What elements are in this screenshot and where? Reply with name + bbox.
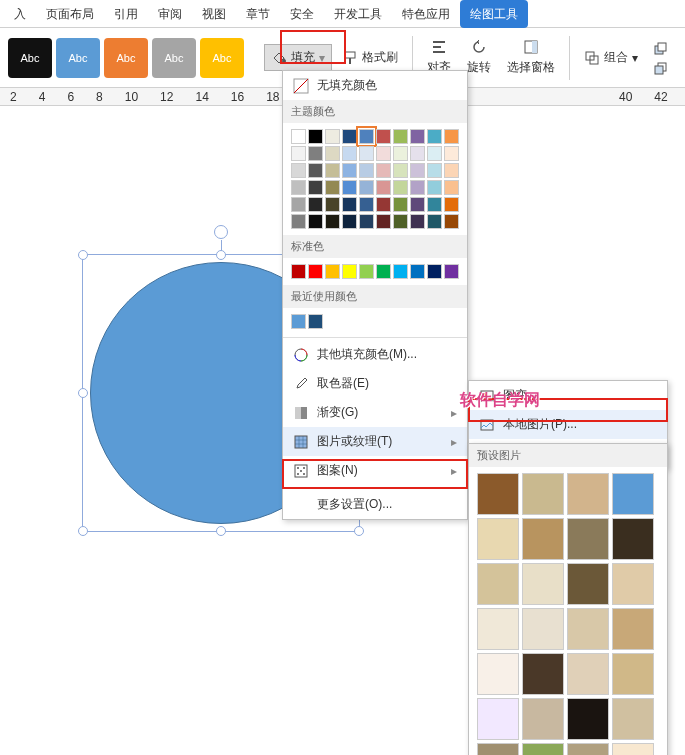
texture-swatch[interactable]: [522, 608, 564, 650]
texture-swatch[interactable]: [567, 653, 609, 695]
color-swatch[interactable]: [427, 163, 442, 178]
texture-swatch[interactable]: [567, 473, 609, 515]
color-swatch[interactable]: [291, 264, 306, 279]
texture-swatch[interactable]: [477, 518, 519, 560]
texture-swatch[interactable]: [567, 743, 609, 755]
color-swatch[interactable]: [291, 163, 306, 178]
color-swatch[interactable]: [325, 180, 340, 195]
color-swatch[interactable]: [308, 197, 323, 212]
color-swatch[interactable]: [359, 214, 374, 229]
rotate-handle[interactable]: [214, 225, 228, 239]
color-swatch[interactable]: [291, 180, 306, 195]
color-swatch[interactable]: [427, 197, 442, 212]
color-swatch[interactable]: [444, 264, 459, 279]
color-swatch[interactable]: [342, 214, 357, 229]
color-swatch[interactable]: [393, 214, 408, 229]
color-swatch[interactable]: [427, 129, 442, 144]
color-swatch[interactable]: [325, 146, 340, 161]
shape-style-3[interactable]: Abc: [104, 38, 148, 78]
color-swatch[interactable]: [291, 214, 306, 229]
texture-swatch[interactable]: [477, 743, 519, 755]
tab-dev[interactable]: 开发工具: [324, 0, 392, 28]
color-swatch[interactable]: [444, 214, 459, 229]
shape-style-5[interactable]: Abc: [200, 38, 244, 78]
color-swatch[interactable]: [325, 163, 340, 178]
texture-swatch[interactable]: [522, 518, 564, 560]
color-swatch[interactable]: [342, 163, 357, 178]
color-swatch[interactable]: [376, 180, 391, 195]
color-swatch[interactable]: [308, 129, 323, 144]
color-swatch[interactable]: [342, 146, 357, 161]
texture-swatch[interactable]: [567, 698, 609, 740]
more-colors-item[interactable]: 其他填充颜色(M)...: [283, 340, 467, 369]
color-swatch[interactable]: [342, 264, 357, 279]
color-swatch[interactable]: [410, 163, 425, 178]
color-swatch[interactable]: [410, 264, 425, 279]
color-swatch[interactable]: [291, 197, 306, 212]
fill-button[interactable]: 填充▾: [264, 44, 332, 71]
color-swatch[interactable]: [444, 197, 459, 212]
texture-swatch[interactable]: [477, 563, 519, 605]
color-swatch[interactable]: [393, 264, 408, 279]
texture-swatch[interactable]: [567, 608, 609, 650]
color-swatch[interactable]: [342, 197, 357, 212]
color-swatch[interactable]: [325, 264, 340, 279]
color-swatch[interactable]: [308, 214, 323, 229]
color-swatch[interactable]: [308, 264, 323, 279]
texture-swatch[interactable]: [522, 653, 564, 695]
texture-swatch[interactable]: [477, 653, 519, 695]
texture-swatch[interactable]: [612, 653, 654, 695]
color-swatch[interactable]: [427, 214, 442, 229]
color-swatch[interactable]: [410, 214, 425, 229]
texture-swatch[interactable]: [567, 518, 609, 560]
shape-style-2[interactable]: Abc: [56, 38, 100, 78]
color-swatch[interactable]: [410, 180, 425, 195]
color-swatch[interactable]: [444, 180, 459, 195]
color-swatch[interactable]: [427, 146, 442, 161]
handle-w[interactable]: [78, 388, 88, 398]
handle-n[interactable]: [216, 250, 226, 260]
texture-swatch[interactable]: [612, 698, 654, 740]
color-swatch[interactable]: [427, 264, 442, 279]
tab-ref[interactable]: 引用: [104, 0, 148, 28]
tab-chapter[interactable]: 章节: [236, 0, 280, 28]
color-swatch[interactable]: [291, 129, 306, 144]
eyedropper-item[interactable]: 取色器(E): [283, 369, 467, 398]
color-swatch[interactable]: [359, 163, 374, 178]
selection-pane-button[interactable]: 选择窗格: [501, 35, 561, 80]
texture-swatch[interactable]: [477, 698, 519, 740]
texture-swatch[interactable]: [612, 608, 654, 650]
texture-swatch[interactable]: [612, 563, 654, 605]
color-swatch[interactable]: [325, 214, 340, 229]
color-swatch[interactable]: [376, 264, 391, 279]
color-swatch[interactable]: [444, 163, 459, 178]
handle-s[interactable]: [216, 526, 226, 536]
color-swatch[interactable]: [444, 146, 459, 161]
color-swatch[interactable]: [291, 314, 306, 329]
color-swatch[interactable]: [376, 214, 391, 229]
texture-swatch[interactable]: [522, 563, 564, 605]
color-swatch[interactable]: [376, 163, 391, 178]
tab-insert[interactable]: 入: [4, 0, 36, 28]
color-swatch[interactable]: [308, 146, 323, 161]
color-swatch[interactable]: [427, 180, 442, 195]
color-swatch[interactable]: [325, 129, 340, 144]
texture-swatch[interactable]: [612, 473, 654, 515]
handle-nw[interactable]: [78, 250, 88, 260]
tab-layout[interactable]: 页面布局: [36, 0, 104, 28]
pattern-item[interactable]: 图案(N)▸: [283, 456, 467, 485]
color-swatch[interactable]: [325, 197, 340, 212]
texture-swatch[interactable]: [522, 698, 564, 740]
format-painter-button[interactable]: 格式刷: [336, 45, 404, 70]
send-backward-button[interactable]: [648, 59, 672, 77]
color-swatch[interactable]: [342, 180, 357, 195]
color-swatch[interactable]: [444, 129, 459, 144]
color-swatch[interactable]: [393, 197, 408, 212]
texture-swatch[interactable]: [612, 743, 654, 755]
gradient-item[interactable]: 渐变(G)▸: [283, 398, 467, 427]
color-swatch[interactable]: [359, 129, 374, 144]
texture-swatch[interactable]: [477, 473, 519, 515]
color-swatch[interactable]: [410, 129, 425, 144]
texture-swatch[interactable]: [522, 743, 564, 755]
group-button[interactable]: 组合▾: [578, 45, 644, 70]
